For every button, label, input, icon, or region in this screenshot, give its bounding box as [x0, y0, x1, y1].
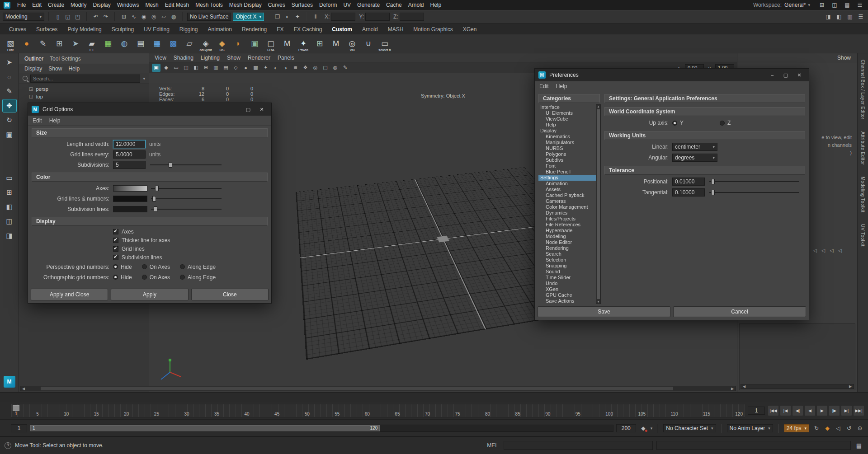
- category-item[interactable]: Assets: [538, 187, 596, 192]
- ipr-render-icon[interactable]: ◐: [283, 12, 292, 21]
- shelf-button-mash[interactable]: M: [279, 36, 295, 52]
- category-item[interactable]: Modeling: [538, 234, 596, 239]
- time-slider-ruler[interactable]: 1 51015202530354045505560657075808590951…: [11, 404, 745, 417]
- slider-handle[interactable]: [169, 162, 172, 168]
- category-item[interactable]: Hypershade: [538, 228, 596, 234]
- animation-preferences-icon[interactable]: ⊙: [855, 424, 864, 433]
- tolerance-section-header[interactable]: Tolerance: [604, 166, 805, 175]
- shelf-tab[interactable]: Rigging: [175, 25, 203, 34]
- shelf-tab[interactable]: UV Editing: [139, 25, 174, 34]
- open-scene-icon[interactable]: ◱: [63, 12, 72, 21]
- field-chart-icon[interactable]: ⊞: [202, 64, 210, 72]
- shelf-tab[interactable]: MASH: [383, 25, 408, 34]
- save-scene-icon[interactable]: ◳: [73, 12, 82, 21]
- step-back-key-button[interactable]: ◀|: [792, 405, 803, 416]
- grid-lines-checkbox[interactable]: Grid lines: [113, 244, 271, 253]
- play-forwards-button[interactable]: ▶: [816, 405, 828, 416]
- play-backwards-button[interactable]: ◀: [804, 405, 816, 416]
- select-camera-icon[interactable]: ▣: [152, 64, 160, 72]
- script-editor-icon[interactable]: ▤: [854, 441, 863, 450]
- smooth-shade-icon[interactable]: ●: [241, 64, 250, 72]
- loop-playback-icon[interactable]: ↻: [812, 424, 821, 433]
- coordinate-field[interactable]: [331, 13, 355, 21]
- anim-layer-selector[interactable]: No Anim Layer ▾: [727, 424, 773, 432]
- lock-camera-icon[interactable]: ◆: [162, 64, 170, 72]
- tab-modeling-toolkit[interactable]: Modeling Toolkit: [860, 177, 865, 213]
- scroll-right-icon[interactable]: ▶: [847, 384, 854, 388]
- scroll-left-icon[interactable]: ◀: [20, 387, 27, 391]
- shelf-button-blue-grid-2[interactable]: ▩: [165, 36, 181, 52]
- workspace-panes-icon[interactable]: ◫: [830, 0, 839, 9]
- attribute-editor-toggle-icon[interactable]: ◨: [824, 12, 833, 21]
- menu-item[interactable]: Arnold: [405, 1, 427, 9]
- grid-lines-every-field[interactable]: 5.0000: [113, 150, 146, 159]
- shelf-button-orange[interactable]: ◗: [231, 36, 246, 52]
- slider-handle[interactable]: [155, 186, 159, 191]
- length-width-field[interactable]: 12.0000: [113, 140, 146, 148]
- viewport-menu-item[interactable]: Shading: [174, 55, 193, 61]
- pause-icon[interactable]: ‖: [311, 12, 320, 21]
- category-item[interactable]: NURBS: [538, 145, 596, 151]
- shelf-tab[interactable]: Arnold: [358, 25, 382, 34]
- panel-icon-4[interactable]: ◁: [838, 248, 842, 253]
- undo-icon[interactable]: ↶: [91, 12, 100, 21]
- go-to-start-button[interactable]: |◀◀: [768, 405, 779, 416]
- maximize-button[interactable]: ▢: [780, 70, 792, 80]
- shelf-tab[interactable]: Motion Graphics: [409, 25, 457, 34]
- viewport-menu-item[interactable]: Lighting: [201, 55, 220, 61]
- viewport-hscrollbar[interactable]: ◀ ▶: [20, 386, 736, 391]
- workspace-selector[interactable]: General* ▾: [784, 2, 810, 8]
- shelf-button-pencil[interactable]: ✎: [35, 36, 51, 52]
- minimize-button[interactable]: –: [229, 105, 241, 114]
- axes-checkbox[interactable]: Axes: [113, 227, 271, 236]
- safe-title-icon[interactable]: ▤: [222, 64, 230, 72]
- coordinate-field[interactable]: [365, 13, 390, 21]
- shelf-tab[interactable]: Custom: [327, 25, 357, 34]
- shelf-button-pswto[interactable]: ✦ Pswto: [296, 36, 311, 52]
- coordinate-field[interactable]: [400, 13, 424, 21]
- select-tool[interactable]: ➤: [3, 56, 16, 69]
- category-item[interactable]: XGen: [538, 286, 596, 292]
- subdivisions-field[interactable]: 5: [113, 161, 146, 169]
- symmetry-selector[interactable]: Object X ▾: [233, 13, 264, 21]
- render-settings-icon[interactable]: ✦: [293, 12, 302, 21]
- command-line-input[interactable]: [504, 441, 653, 450]
- make-live-icon[interactable]: ◍: [169, 12, 178, 21]
- slider-handle[interactable]: [711, 179, 715, 184]
- grid-lines-color-swatch[interactable]: [113, 196, 147, 202]
- xray-icon[interactable]: ◍: [331, 64, 340, 72]
- up-axis-z-radio[interactable]: Z: [720, 120, 731, 126]
- dialog-menu-item[interactable]: Edit: [539, 83, 549, 89]
- category-item[interactable]: Display: [538, 128, 596, 134]
- category-item[interactable]: Kinematics: [538, 134, 596, 140]
- shelf-button-lra[interactable]: ▢ LRA: [263, 36, 278, 52]
- category-item[interactable]: Font: [538, 163, 596, 169]
- snap-to-projected-center-icon[interactable]: ◎: [149, 12, 158, 21]
- menu-set-selector[interactable]: Modeling ▾: [3, 13, 44, 21]
- menu-item[interactable]: Generate: [354, 1, 383, 9]
- grease-pencil-icon[interactable]: ✎: [341, 64, 349, 72]
- scale-tool[interactable]: ▣: [3, 128, 16, 141]
- category-item[interactable]: GPU Cache: [538, 292, 596, 298]
- apply-button[interactable]: Apply: [111, 289, 188, 300]
- move-tool[interactable]: ✥: [3, 99, 16, 112]
- menu-item[interactable]: Create: [45, 1, 67, 9]
- shelf-tab[interactable]: Animation: [203, 25, 236, 34]
- depth-of-field-icon[interactable]: ◎: [311, 64, 320, 72]
- menu-item[interactable]: Mesh: [142, 1, 161, 9]
- grid-lines-color-slider[interactable]: [151, 196, 222, 202]
- shelf-tab[interactable]: FX: [272, 25, 288, 34]
- multisample-icon[interactable]: ❖: [301, 64, 310, 72]
- workspace-rows-icon[interactable]: ▤: [843, 0, 852, 9]
- category-item[interactable]: Subdivs: [538, 157, 596, 163]
- menu-item[interactable]: Display: [90, 1, 113, 9]
- shelf-tab[interactable]: Curves: [5, 25, 31, 34]
- up-axis-y-radio[interactable]: Y: [672, 120, 684, 126]
- render-icon[interactable]: ❒: [273, 12, 282, 21]
- range-slider-track[interactable]: 1 120: [30, 425, 613, 432]
- current-time-field[interactable]: 1: [748, 407, 765, 415]
- new-scene-icon[interactable]: ▯: [53, 12, 62, 21]
- working-units-section-header[interactable]: Working Units: [604, 131, 805, 140]
- wireframe-icon[interactable]: ◇: [231, 64, 240, 72]
- panel-icon-2[interactable]: ◁: [821, 248, 825, 253]
